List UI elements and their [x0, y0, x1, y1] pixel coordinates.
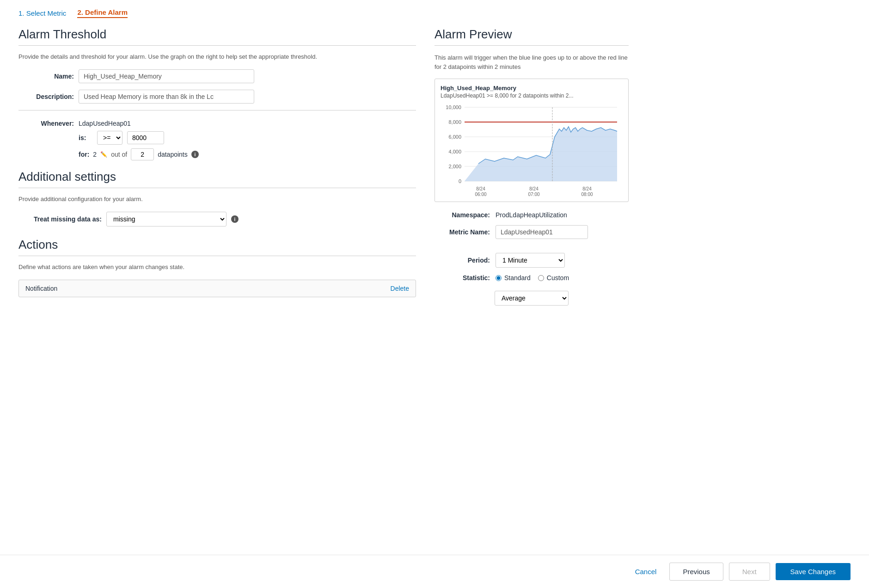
period-row: Period: 1 Minute 10 seconds 30 seconds 5…	[434, 253, 629, 268]
average-select[interactable]: Average Sum Minimum Maximum SampleCount	[495, 291, 569, 306]
for-value: 2	[93, 151, 97, 158]
datapoints-input[interactable]	[131, 148, 154, 160]
treat-missing-info-icon[interactable]: i	[231, 215, 239, 223]
svg-text:10,000: 10,000	[446, 104, 461, 110]
previous-button[interactable]: Previous	[669, 563, 723, 581]
save-changes-button[interactable]: Save Changes	[776, 563, 851, 580]
metric-name-label: Metric Name:	[434, 228, 490, 236]
delete-link[interactable]: Delete	[391, 285, 409, 292]
statistic-standard-option[interactable]: Standard	[496, 274, 531, 282]
name-row: Name:	[18, 69, 416, 83]
svg-text:8/24: 8/24	[529, 186, 539, 191]
whenever-row: Whenever: LdapUsedHeap01	[18, 120, 416, 127]
additional-settings-section: Additional settings Provide additional c…	[18, 170, 416, 227]
alarm-preview-description: This alarm will trigger when the blue li…	[434, 53, 629, 71]
statistic-label: Statistic:	[434, 274, 490, 282]
chart-header: High_Used_Heap_Memory	[441, 85, 623, 92]
chart-subtitle: LdapUsedHeap01 >= 8,000 for 2 datapoints…	[441, 92, 623, 99]
alarm-threshold-section: Alarm Threshold Provide the details and …	[18, 27, 416, 160]
whenever-metric: LdapUsedHeap01	[79, 120, 131, 127]
alarm-threshold-description: Provide the details and threshold for yo…	[18, 53, 351, 60]
svg-text:07:00: 07:00	[528, 192, 539, 196]
operator-select[interactable]: >= > <= < =	[97, 131, 122, 145]
name-input[interactable]	[79, 69, 254, 83]
statistic-custom-radio[interactable]	[538, 275, 544, 281]
svg-marker-13	[465, 127, 617, 181]
alarm-threshold-title: Alarm Threshold	[18, 27, 416, 42]
for-row: for: 2 ✏️ out of datapoints i	[18, 148, 416, 160]
alarm-chart-svg: 10,000 8,000 6,000 4,000 2,000 0	[441, 104, 623, 196]
actions-title: Actions	[18, 238, 416, 252]
metric-name-row: Metric Name:	[434, 225, 629, 239]
description-label: Description:	[18, 93, 74, 100]
whenever-label: Whenever:	[18, 120, 74, 127]
actions-description: Define what actions are taken when your …	[18, 263, 351, 270]
step-2: 2. Define Alarm	[77, 8, 128, 18]
additional-settings-title: Additional settings	[18, 170, 416, 184]
cancel-button[interactable]: Cancel	[628, 564, 664, 579]
notification-row: Notification Delete	[18, 280, 416, 297]
namespace-value: ProdLdapHeapUtilization	[496, 211, 567, 219]
svg-text:06:00: 06:00	[475, 192, 486, 196]
svg-text:0: 0	[459, 178, 461, 184]
for-label: for:	[79, 151, 89, 158]
chart-container: High_Used_Heap_Memory LdapUsedHeap01 >= …	[434, 79, 629, 202]
next-button[interactable]: Next	[729, 563, 770, 581]
metric-name-input[interactable]	[496, 225, 588, 239]
svg-text:08:00: 08:00	[581, 192, 593, 196]
right-column: Alarm Preview This alarm will trigger wh…	[434, 27, 629, 545]
treat-missing-select[interactable]: missing notBreaching breaching ignore	[106, 212, 226, 227]
description-row: Description:	[18, 90, 416, 104]
info-icon[interactable]: i	[191, 151, 199, 158]
steps-bar: 1. Select Metric 2. Define Alarm	[0, 0, 869, 18]
treat-missing-label: Treat missing data as:	[18, 215, 102, 223]
namespace-row: Namespace: ProdLdapHeapUtilization	[434, 211, 629, 219]
actions-section: Actions Define what actions are taken wh…	[18, 238, 416, 297]
threshold-value-input[interactable]	[127, 131, 164, 144]
statistic-row: Statistic: Standard Custom	[434, 274, 629, 282]
svg-text:2,000: 2,000	[448, 164, 461, 169]
alarm-preview-title: Alarm Preview	[434, 27, 629, 42]
period-select[interactable]: 1 Minute 10 seconds 30 seconds 5 Minutes…	[496, 253, 565, 268]
whenever-section: Whenever: LdapUsedHeap01 is: >= > <= < =	[18, 120, 416, 160]
svg-text:8/24: 8/24	[476, 186, 485, 191]
is-row: is: >= > <= < =	[18, 131, 416, 145]
statistic-standard-label: Standard	[504, 274, 531, 282]
footer-bar: Cancel Previous Next Save Changes	[0, 555, 869, 588]
notification-label: Notification	[25, 285, 57, 292]
statistic-options: Standard Custom	[496, 274, 569, 282]
description-input[interactable]	[79, 90, 254, 104]
treat-missing-row: Treat missing data as: missing notBreach…	[18, 212, 416, 227]
edit-icon[interactable]: ✏️	[100, 151, 107, 158]
statistic-standard-radio[interactable]	[496, 275, 502, 281]
additional-settings-description: Provide additional configuration for you…	[18, 196, 351, 202]
statistic-custom-label: Custom	[547, 274, 569, 282]
svg-text:8/24: 8/24	[582, 186, 592, 191]
left-column: Alarm Threshold Provide the details and …	[18, 27, 416, 545]
datapoints-label: datapoints	[158, 151, 188, 158]
out-of-text: out of	[111, 151, 127, 158]
chart-area: 10,000 8,000 6,000 4,000 2,000 0	[441, 104, 623, 196]
svg-text:8,000: 8,000	[448, 119, 461, 125]
statistic-custom-option[interactable]: Custom	[538, 274, 569, 282]
period-label: Period:	[434, 257, 490, 264]
step-1[interactable]: 1. Select Metric	[18, 9, 66, 17]
namespace-label: Namespace:	[434, 211, 490, 219]
average-row: Average Sum Minimum Maximum SampleCount	[434, 288, 629, 306]
svg-text:6,000: 6,000	[448, 134, 461, 140]
svg-text:4,000: 4,000	[448, 149, 461, 154]
name-label: Name:	[18, 73, 74, 80]
is-label: is:	[79, 134, 92, 141]
